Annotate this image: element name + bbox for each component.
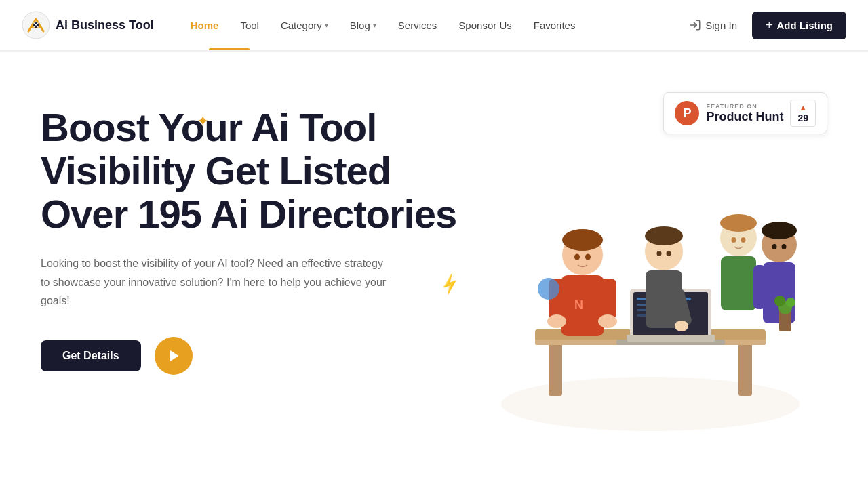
- svg-point-40: [762, 222, 797, 239]
- nav-link-home[interactable]: Home: [181, 14, 229, 37]
- hero-description: Looking to boost the visibility of your …: [41, 254, 393, 310]
- svg-point-47: [774, 296, 785, 306]
- logo[interactable]: Ai Business Tool: [22, 11, 154, 39]
- sign-in-icon: [689, 19, 701, 31]
- blog-chevron-icon: ▾: [373, 22, 376, 29]
- product-hunt-logo: P: [675, 101, 699, 125]
- svg-point-31: [675, 321, 688, 331]
- nav-link-blog[interactable]: Blog ▾: [340, 14, 386, 37]
- deco-lightning-icon: ⚡: [437, 272, 462, 297]
- svg-rect-16: [627, 335, 715, 342]
- what-we-do-section: What We Do Submit AI tool on: [0, 485, 868, 488]
- svg-point-4: [501, 377, 800, 431]
- svg-text:N: N: [574, 298, 583, 312]
- hero-left: ✦ Boost Your Ai Tool Visibility Get List…: [41, 92, 473, 375]
- hero-illustration: N: [481, 133, 820, 458]
- svg-point-22: [547, 314, 566, 328]
- nav-underline: [209, 48, 250, 50]
- svg-rect-6: [549, 342, 562, 396]
- svg-point-48: [786, 298, 795, 307]
- ph-featured-label: FEATURED ON: [706, 103, 783, 110]
- navbar: Ai Business Tool Home Tool Category ▾ Bl…: [0, 0, 868, 52]
- svg-point-35: [720, 214, 757, 232]
- svg-point-33: [667, 251, 671, 256]
- svg-point-32: [657, 251, 662, 256]
- svg-rect-21: [599, 279, 616, 319]
- play-button[interactable]: [155, 337, 193, 375]
- svg-point-18: [562, 229, 603, 251]
- nav-link-favorites[interactable]: Favorites: [524, 14, 585, 37]
- hero-title: Boost Your Ai Tool Visibility Get Listed…: [41, 106, 473, 235]
- ph-upvote-icon: ▲: [799, 103, 807, 113]
- svg-point-25: [574, 254, 580, 260]
- play-icon: [167, 348, 182, 363]
- hero-section: ✦ Boost Your Ai Tool Visibility Get List…: [0, 52, 868, 485]
- svg-rect-36: [721, 256, 756, 310]
- svg-point-37: [732, 237, 736, 243]
- svg-point-28: [645, 226, 683, 245]
- product-hunt-badge[interactable]: P FEATURED ON Product Hunt ▲ 29: [663, 92, 827, 134]
- nav-link-services[interactable]: Services: [389, 14, 447, 37]
- sign-in-button[interactable]: Sign In: [679, 14, 747, 37]
- nav-link-category[interactable]: Category ▾: [271, 14, 338, 37]
- category-chevron-icon: ▾: [325, 22, 328, 29]
- deco-star-icon: ✦: [197, 113, 209, 130]
- svg-point-43: [772, 244, 777, 249]
- svg-marker-3: [170, 350, 179, 362]
- ph-vote-count: 29: [797, 113, 808, 123]
- ph-votes: ▲ 29: [790, 100, 816, 127]
- nav-link-sponsor-us[interactable]: Sponsor Us: [449, 14, 521, 37]
- get-details-button[interactable]: Get Details: [41, 340, 141, 371]
- svg-point-49: [538, 278, 559, 300]
- hero-actions: Get Details: [41, 337, 473, 375]
- plus-icon: +: [766, 18, 773, 33]
- svg-point-38: [741, 237, 746, 243]
- logo-icon: [22, 11, 50, 39]
- svg-point-26: [585, 254, 591, 260]
- svg-point-44: [782, 244, 787, 249]
- ph-title: Product Hunt: [706, 110, 783, 124]
- nav-actions: Sign In + Add Listing: [679, 12, 846, 39]
- logo-text: Ai Business Tool: [56, 18, 154, 33]
- illustration-svg: N: [481, 133, 820, 458]
- add-listing-button[interactable]: + Add Listing: [752, 12, 846, 39]
- nav-link-tool[interactable]: Tool: [231, 14, 269, 37]
- svg-rect-42: [753, 265, 766, 309]
- product-hunt-text: FEATURED ON Product Hunt: [706, 103, 783, 124]
- svg-point-23: [598, 314, 617, 328]
- svg-rect-7: [738, 342, 752, 396]
- hero-right: P FEATURED ON Product Hunt ▲ 29: [473, 92, 827, 458]
- nav-links: Home Tool Category ▾ Blog ▾ Services Spo…: [181, 14, 680, 37]
